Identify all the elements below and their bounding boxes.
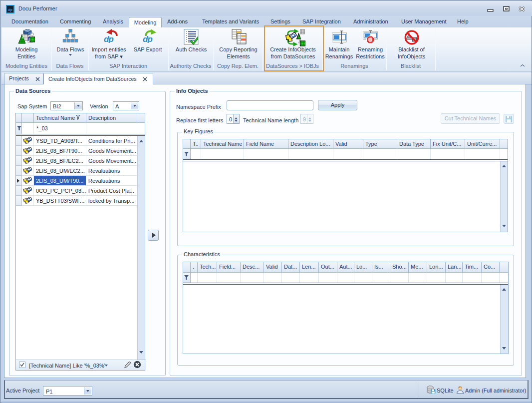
svg-text:dp: dp bbox=[104, 34, 113, 43]
svg-text:dp: dp bbox=[143, 34, 152, 43]
svg-text:dp: dp bbox=[8, 8, 12, 12]
